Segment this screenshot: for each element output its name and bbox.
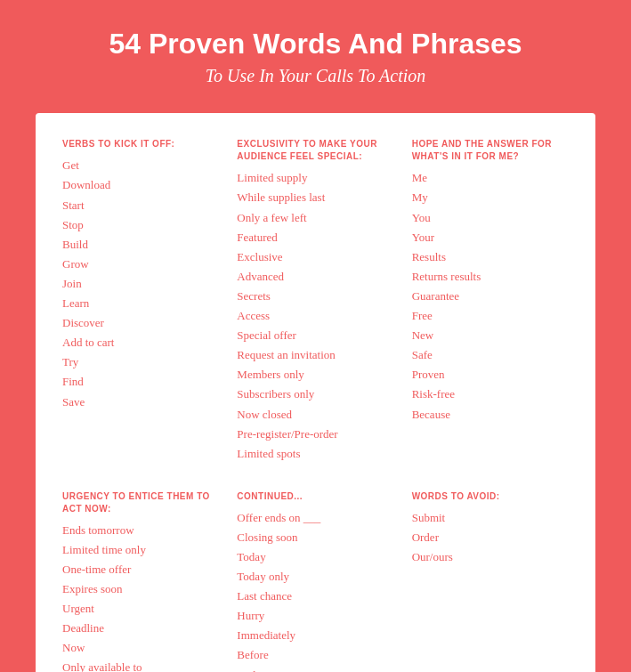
list-item: Join (62, 274, 219, 294)
list-item: Offer ends on ___ (237, 508, 393, 528)
verbs-section: VERBS TO KICK IT OFF: Get Download Start… (62, 138, 219, 411)
list-item: Today only (237, 567, 393, 587)
urgency-list: Ends tomorrow Limited time only One-time… (62, 521, 219, 672)
urgency-section: URGENCY TO ENTICE THEM TO ACT NOW: Ends … (62, 490, 219, 672)
list-item: Risk-free (412, 385, 569, 404)
list-item: Try (62, 352, 219, 372)
urgency-column: URGENCY TO ENTICE THEM TO ACT NOW: Ends … (62, 490, 228, 672)
continued-column: CONTINUED... Offer ends on ___ Closing s… (228, 490, 402, 672)
list-item: Get (62, 156, 219, 175)
top-columns: VERBS TO KICK IT OFF: Get Download Start… (62, 138, 569, 490)
continued-list: Offer ends on ___ Closing soon Today Tod… (237, 508, 393, 672)
list-item: Before (237, 645, 393, 665)
list-item: Guarantee (412, 287, 569, 306)
list-item: Last chance (237, 587, 393, 606)
list-item: Because (412, 405, 569, 425)
list-item: Download (62, 175, 219, 195)
list-item: Immediately (237, 626, 393, 645)
list-item: Access (237, 306, 393, 326)
list-item: Today (237, 547, 393, 567)
list-item: My (412, 188, 569, 207)
page-subtitle: To Use In Your Calls To Action (36, 66, 595, 86)
list-item: Request an invitation (237, 345, 393, 365)
list-item: Featured (237, 228, 393, 247)
list-item: Submit (412, 508, 569, 528)
list-item: Save (62, 393, 219, 412)
list-item: While supplies last (237, 188, 393, 207)
list-item: Find (62, 372, 219, 392)
list-item: Our/ours (412, 547, 569, 567)
list-item: Members only (237, 365, 393, 385)
verbs-column: VERBS TO KICK IT OFF: Get Download Start… (62, 138, 228, 490)
hope-section: HOPE AND THE ANSWER FOR WHAT'S IN IT FOR… (412, 138, 569, 424)
list-item: Closing soon (237, 528, 393, 547)
list-item: Expires soon (62, 579, 219, 599)
exclusivity-section: EXCLUSIVITY TO MAKE YOUR AUDIENCE FEEL S… (237, 138, 393, 463)
urgency-title: URGENCY TO ENTICE THEM TO ACT NOW: (62, 490, 219, 515)
header-section: 54 Proven Words And Phrases To Use In Yo… (36, 27, 595, 86)
list-item: Limited spots (237, 444, 393, 464)
list-item: Urgent (62, 599, 219, 619)
avoid-list: Submit Order Our/ours (412, 508, 569, 567)
list-item: Secrets (237, 287, 393, 306)
continued-title: CONTINUED... (237, 490, 393, 503)
exclusivity-title: EXCLUSIVITY TO MAKE YOUR AUDIENCE FEEL S… (237, 138, 393, 163)
list-item: Only available to ___ (62, 658, 219, 672)
verbs-title: VERBS TO KICK IT OFF: (62, 138, 219, 150)
list-item: Now (62, 638, 219, 658)
list-item: Exclusive (237, 247, 393, 267)
list-item: Safe (412, 345, 569, 365)
continued-section: CONTINUED... Offer ends on ___ Closing s… (237, 490, 393, 672)
list-item: Limited supply (237, 168, 393, 188)
list-item: Discover (62, 313, 219, 333)
avoid-column: WORDS TO AVOID: Submit Order Our/ours (403, 490, 569, 672)
verbs-list: Get Download Start Stop Build Grow Join … (62, 156, 219, 411)
bottom-columns: URGENCY TO ENTICE THEM TO ACT NOW: Ends … (62, 490, 569, 672)
list-item: Start (62, 196, 219, 215)
hope-title: HOPE AND THE ANSWER FOR WHAT'S IN IT FOR… (412, 138, 569, 163)
list-item: Deadline (62, 619, 219, 638)
list-item: Proven (412, 365, 569, 385)
list-item: Advanced (237, 267, 393, 287)
list-item: New (412, 326, 569, 345)
exclusivity-list: Limited supply While supplies last Only … (237, 168, 393, 463)
list-item: Subscribers only (237, 385, 393, 404)
list-item: Ends tomorrow (62, 521, 219, 540)
list-item: Stop (62, 215, 219, 235)
avoid-title: WORDS TO AVOID: (412, 490, 569, 503)
avoid-section: WORDS TO AVOID: Submit Order Our/ours (412, 490, 569, 567)
list-item: One-time offer (62, 560, 219, 579)
list-item: Limited time only (62, 540, 219, 560)
list-item: Build (62, 235, 219, 255)
list-item: Add to cart (62, 333, 219, 352)
list-item: Returns results (412, 267, 569, 287)
page-title: 54 Proven Words And Phrases (36, 27, 595, 61)
list-item: Hurry (237, 606, 393, 626)
content-box: VERBS TO KICK IT OFF: Get Download Start… (36, 113, 595, 672)
list-item: You (412, 208, 569, 228)
list-item: Special offer (237, 326, 393, 345)
list-item: Pre-register/Pre-order (237, 425, 393, 444)
hope-list: Me My You Your Results Returns results G… (412, 168, 569, 424)
list-item: Learn (62, 294, 219, 313)
list-item: Your (412, 228, 569, 247)
list-item: Grow (62, 255, 219, 274)
list-item: Only a few left (237, 208, 393, 228)
list-item: Order (412, 528, 569, 547)
list-item: Me (412, 168, 569, 188)
page-container: 54 Proven Words And Phrases To Use In Yo… (0, 0, 631, 672)
list-item: Ends (237, 666, 393, 672)
list-item: Results (412, 247, 569, 267)
list-item: Free (412, 306, 569, 326)
hope-column: HOPE AND THE ANSWER FOR WHAT'S IN IT FOR… (403, 138, 569, 490)
list-item: Now closed (237, 405, 393, 425)
exclusivity-column: EXCLUSIVITY TO MAKE YOUR AUDIENCE FEEL S… (228, 138, 402, 490)
